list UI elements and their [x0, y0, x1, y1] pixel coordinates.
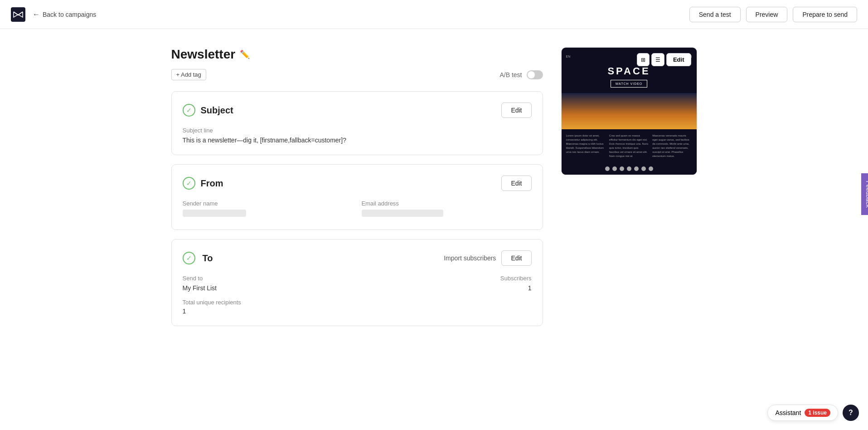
to-table: Send to Subscribers My First List 1 Tota… — [183, 275, 532, 315]
to-card-title: To — [203, 253, 213, 264]
header-left: ← Back to campaigns — [11, 7, 96, 22]
sender-name-label: Sender name — [183, 200, 353, 207]
nl-footer — [562, 163, 697, 175]
to-card-header: ✓ To Import subscribers Edit — [183, 250, 532, 266]
list-name-value: My First List — [183, 284, 217, 292]
sender-name-value — [183, 210, 246, 217]
to-card: ✓ To Import subscribers Edit Send to Sub… — [171, 239, 543, 326]
nl-content-section: Lorem ipsum dolor sit amet, consectetur … — [562, 129, 697, 163]
subject-card-header: ✓ Subject Edit — [183, 103, 532, 118]
footer-icon-1 — [605, 166, 610, 171]
send-test-button[interactable]: Send a test — [689, 7, 741, 22]
footer-icon-3 — [620, 166, 624, 171]
subject-card-title: Subject — [201, 105, 233, 116]
text-icon: ☰ — [655, 57, 660, 63]
email-preview-card: ⊞ ☰ Edit EN EN — [561, 47, 697, 175]
email-address-value — [362, 210, 443, 217]
preview-text-btn[interactable]: ☰ — [651, 53, 664, 66]
total-unique-label: Total unique recipients — [183, 299, 532, 306]
preview-edit-button[interactable]: Edit — [666, 53, 691, 66]
footer-icon-5 — [634, 166, 639, 171]
total-unique-value: 1 — [183, 308, 532, 315]
subject-check-icon: ✓ — [183, 104, 195, 117]
from-card-title: From — [201, 178, 223, 189]
preview-layout-btn[interactable]: ⊞ — [637, 53, 650, 66]
subject-line-value: This is a newsletter—dig it, [firstname,… — [183, 137, 532, 144]
subject-edit-button[interactable]: Edit — [501, 103, 531, 118]
meta-row: + Add tag A/B test — [171, 69, 543, 80]
assistant-label: Assistant — [775, 409, 801, 416]
subject-line-field: Subject line This is a newsletter—dig it… — [183, 127, 532, 144]
nl-nav-item-1: EN — [566, 55, 571, 58]
send-to-label: Send to — [183, 275, 203, 282]
from-grid: Sender name Email address — [183, 200, 532, 219]
sender-name-field: Sender name — [183, 200, 353, 219]
ab-test-toggle[interactable] — [527, 70, 543, 79]
from-card: ✓ From Edit Sender name Email address — [171, 164, 543, 230]
nl-hero-gradient — [562, 93, 697, 129]
footer-icon-2 — [612, 166, 617, 171]
nl-content-col-3: Maecenas venenatis mauris eget augue var… — [652, 134, 692, 158]
help-button[interactable]: ? — [843, 405, 859, 421]
issue-badge: 1 issue — [805, 409, 830, 417]
from-check-icon: ✓ — [183, 177, 195, 190]
page-title-row: Newsletter ✏️ — [171, 47, 543, 62]
preview-toolbar: ⊞ ☰ Edit — [637, 53, 691, 66]
subscribers-count-value: 1 — [528, 284, 532, 292]
subject-card: ✓ Subject Edit Subject line This is a ne… — [171, 91, 543, 155]
add-tag-button[interactable]: + Add tag — [171, 69, 206, 80]
prepare-to-send-button[interactable]: Prepare to send — [793, 7, 857, 22]
to-table-header: Send to Subscribers — [183, 275, 532, 282]
back-to-campaigns-link[interactable]: ← Back to campaigns — [33, 10, 96, 19]
nl-title-section: SPACE WATCH VIDEO — [562, 62, 697, 93]
preview-button[interactable]: Preview — [746, 7, 788, 22]
layout-icon: ⊞ — [641, 57, 645, 63]
logo-icon — [11, 7, 25, 22]
main-content: Newsletter ✏️ + Add tag A/B test ✓ Subje… — [117, 29, 752, 353]
import-subscribers-button[interactable]: Import subscribers — [444, 254, 496, 262]
assistant-bar: Assistant 1 issue ? — [767, 405, 859, 421]
nl-watch-video-btn[interactable]: WATCH VIDEO — [611, 80, 648, 88]
back-arrow-icon: ← — [33, 10, 40, 19]
to-header: ✓ To — [183, 252, 213, 264]
from-edit-button[interactable]: Edit — [501, 176, 531, 191]
page-title: Newsletter — [171, 47, 236, 62]
right-panel: ⊞ ☰ Edit EN EN — [561, 47, 697, 335]
email-address-label: Email address — [362, 200, 532, 207]
from-title-row: ✓ From — [183, 177, 223, 190]
nl-title: SPACE — [562, 65, 697, 77]
header-right: Send a test Preview Prepare to send — [689, 7, 857, 22]
nl-content-col-1: Lorem ipsum dolor sit amet, consectetur … — [566, 134, 606, 158]
nl-nav: EN — [566, 55, 571, 58]
assistant-button[interactable]: Assistant 1 issue — [767, 405, 838, 421]
footer-icon-7 — [649, 166, 653, 171]
edit-title-icon[interactable]: ✏️ — [240, 49, 250, 59]
footer-icon-4 — [627, 166, 631, 171]
footer-icon-6 — [641, 166, 646, 171]
to-table-row: My First List 1 — [183, 284, 532, 292]
ab-test-label: A/B test — [499, 71, 522, 78]
feedback-tab[interactable]: Feedback — [861, 174, 868, 215]
back-to-campaigns-label: Back to campaigns — [43, 11, 96, 18]
nl-content-col-2: Cras sed quam ex massa efficitur ferment… — [609, 134, 649, 158]
newsletter-preview: EN EN SPACE WATCH VIDEO Lorem ipsum dol — [562, 48, 697, 175]
from-card-header: ✓ From Edit — [183, 176, 532, 191]
subject-line-label: Subject line — [183, 127, 532, 134]
email-address-field: Email address — [362, 200, 532, 219]
to-check-icon: ✓ — [183, 252, 195, 264]
to-edit-button[interactable]: Edit — [501, 250, 531, 266]
subject-title-row: ✓ Subject — [183, 104, 233, 117]
ab-test-row: A/B test — [499, 70, 543, 79]
unique-recipients-section: Total unique recipients 1 — [183, 299, 532, 315]
left-panel: Newsletter ✏️ + Add tag A/B test ✓ Subje… — [171, 47, 543, 335]
subscribers-header-label: Subscribers — [500, 275, 532, 282]
header: ← Back to campaigns Send a test Preview … — [0, 0, 868, 29]
